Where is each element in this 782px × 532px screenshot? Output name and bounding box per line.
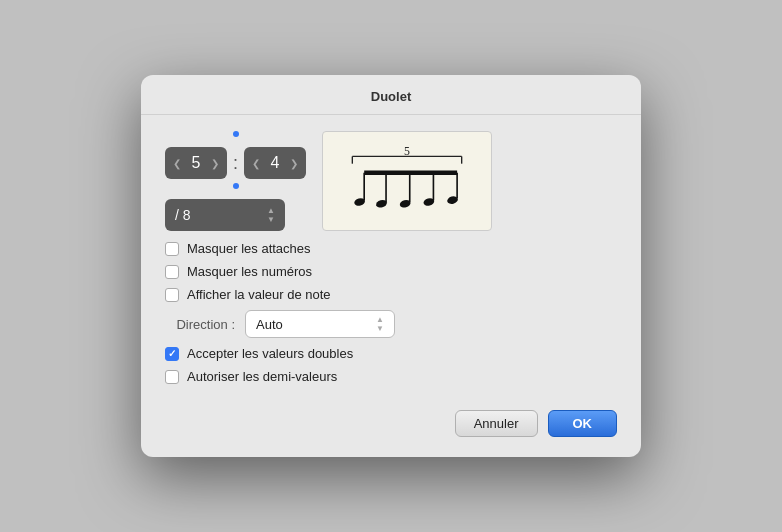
denominator-increment[interactable]: ❯	[288, 158, 300, 169]
checkboxes-group2: Accepter les valeurs doubles Autoriser l…	[165, 346, 617, 384]
denominator-value: 4	[266, 154, 284, 172]
checkbox-row-masquer-numeros: Masquer les numéros	[165, 264, 617, 279]
label-masquer-attaches: Masquer les attaches	[187, 241, 311, 256]
spinner-arrows: ▲ ▼	[267, 207, 275, 224]
svg-text:5: 5	[404, 144, 410, 158]
checkbox-row-masquer-attaches: Masquer les attaches	[165, 241, 617, 256]
denominator-decrement[interactable]: ❮	[250, 158, 262, 169]
footer: Annuler OK	[141, 400, 641, 437]
top-row: ❮ 5 ❯ : ❮ 4 ❯ / 8	[165, 131, 617, 231]
indicator-dot	[233, 131, 239, 137]
direction-arrow-down: ▼	[376, 325, 384, 333]
preview-svg: 5	[331, 140, 483, 222]
ok-button[interactable]: OK	[548, 410, 618, 437]
direction-row: Direction : Auto ▲ ▼	[165, 310, 617, 338]
denominator-select[interactable]: / 8 ▲ ▼	[165, 199, 285, 231]
direction-label: Direction :	[165, 317, 235, 332]
direction-spinner-arrows: ▲ ▼	[376, 316, 384, 333]
numerator-stepper[interactable]: ❮ 5 ❯	[165, 147, 227, 179]
denominator-select-value: / 8	[175, 207, 191, 223]
label-accepter-doubles: Accepter les valeurs doubles	[187, 346, 353, 361]
checkbox-afficher-valeur[interactable]	[165, 288, 179, 302]
direction-arrow-up: ▲	[376, 316, 384, 324]
checkboxes-group1: Masquer les attaches Masquer les numéros…	[165, 241, 617, 302]
indicator-dot-2	[233, 183, 239, 189]
label-masquer-numeros: Masquer les numéros	[187, 264, 312, 279]
numerator-decrement[interactable]: ❮	[171, 158, 183, 169]
dialog-title: Duolet	[141, 75, 641, 115]
checkbox-accepter-doubles[interactable]	[165, 347, 179, 361]
fraction-row: ❮ 5 ❯ : ❮ 4 ❯	[165, 147, 306, 179]
arrow-down: ▼	[267, 216, 275, 224]
direction-value: Auto	[256, 317, 283, 332]
fraction-colon: :	[233, 153, 238, 174]
denominator-stepper[interactable]: ❮ 4 ❯	[244, 147, 306, 179]
numerator-increment[interactable]: ❯	[209, 158, 221, 169]
checkbox-masquer-numeros[interactable]	[165, 265, 179, 279]
checkbox-row-afficher-valeur: Afficher la valeur de note	[165, 287, 617, 302]
checkbox-masquer-attaches[interactable]	[165, 242, 179, 256]
dialog: Duolet ❮ 5 ❯ : ❮ 4 ❯	[141, 75, 641, 457]
label-afficher-valeur: Afficher la valeur de note	[187, 287, 331, 302]
left-controls: ❮ 5 ❯ : ❮ 4 ❯ / 8	[165, 131, 306, 231]
dialog-content: ❮ 5 ❯ : ❮ 4 ❯ / 8	[141, 115, 641, 400]
checkbox-row-autoriser-demi: Autoriser les demi-valeurs	[165, 369, 617, 384]
checkbox-autoriser-demi[interactable]	[165, 370, 179, 384]
checkbox-row-accepter-doubles: Accepter les valeurs doubles	[165, 346, 617, 361]
arrow-up: ▲	[267, 207, 275, 215]
label-autoriser-demi: Autoriser les demi-valeurs	[187, 369, 337, 384]
numerator-value: 5	[187, 154, 205, 172]
preview-box: 5	[322, 131, 492, 231]
cancel-button[interactable]: Annuler	[455, 410, 538, 437]
direction-select[interactable]: Auto ▲ ▼	[245, 310, 395, 338]
